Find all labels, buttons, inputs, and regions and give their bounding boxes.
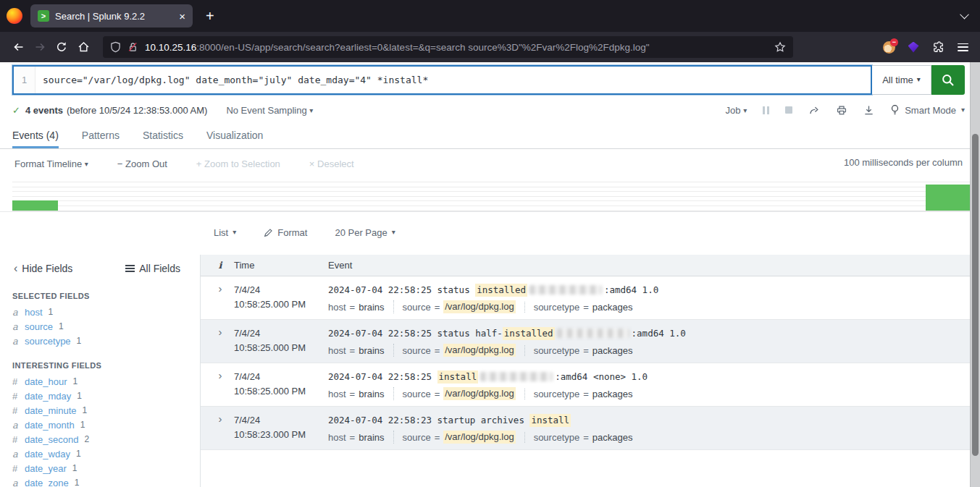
bookmark-star-icon[interactable]: [774, 41, 786, 53]
event-field-source[interactable]: source=/var/log/dpkg.log: [393, 300, 524, 313]
per-page-dropdown[interactable]: 20 Per Page▾: [335, 227, 395, 238]
reload-button[interactable]: [51, 36, 72, 58]
field-value-count: 1: [75, 478, 80, 487]
tab-patterns[interactable]: Patterns: [82, 130, 120, 148]
field-type-glyph: a: [12, 478, 22, 487]
search-mode-dropdown[interactable]: Smart Mode ▾: [890, 104, 965, 116]
stop-icon[interactable]: [785, 106, 792, 114]
event-field-sourcetype[interactable]: sourcetype=packages: [524, 432, 642, 443]
event-field-sourcetype[interactable]: sourcetype=packages: [524, 302, 642, 313]
event-field-source[interactable]: source=/var/log/dpkg.log: [393, 344, 524, 357]
list-all-tabs-chevron-icon[interactable]: [961, 12, 968, 20]
field-name-link[interactable]: date_hour: [25, 376, 67, 387]
back-button[interactable]: [7, 36, 29, 58]
event-field-source[interactable]: source=/var/log/dpkg.log: [393, 431, 524, 444]
field-item-date_mday[interactable]: # date_mday 1: [12, 389, 200, 403]
expand-event-icon[interactable]: ›: [206, 283, 234, 313]
list-view-dropdown[interactable]: List▾: [214, 227, 236, 238]
page-scrollbar[interactable]: [970, 62, 980, 487]
print-icon[interactable]: [836, 105, 847, 116]
field-name-link[interactable]: date_wday: [25, 449, 70, 460]
field-name-link[interactable]: date_month: [25, 420, 75, 431]
expand-event-icon[interactable]: ›: [206, 326, 234, 357]
field-name-link[interactable]: date_mday: [25, 391, 71, 402]
tab-statistics[interactable]: Statistics: [143, 130, 183, 148]
browser-tab[interactable]: > Search | Splunk 9.2.2 ×: [30, 4, 193, 27]
timeline-bar-right[interactable]: [926, 185, 970, 211]
deselect-button[interactable]: × Deselect: [309, 158, 354, 169]
expand-event-icon[interactable]: ›: [206, 413, 234, 444]
field-name-link[interactable]: source: [25, 321, 53, 332]
event-field-host[interactable]: host=brains: [328, 389, 393, 399]
format-results-button[interactable]: Format: [264, 227, 307, 238]
shield-icon[interactable]: [110, 41, 121, 53]
field-value-count: 1: [59, 321, 64, 331]
search-query-input[interactable]: [35, 67, 871, 93]
pause-icon[interactable]: [763, 106, 769, 114]
field-item-date_hour[interactable]: # date_hour 1: [12, 374, 200, 389]
extensions-puzzle-icon[interactable]: [928, 37, 948, 57]
download-icon[interactable]: [863, 105, 874, 116]
field-value-count: 1: [76, 449, 81, 459]
event-sampling-dropdown[interactable]: No Event Sampling ▾: [226, 105, 313, 116]
field-name-link[interactable]: date_zone: [25, 478, 69, 487]
event-field-host[interactable]: host=brains: [328, 345, 393, 356]
adblock-extension-icon[interactable]: −: [879, 37, 899, 57]
timeline-chart[interactable]: [12, 182, 970, 211]
insecure-lock-icon[interactable]: [127, 41, 138, 53]
search-assembly: 1 All time▾: [12, 65, 965, 95]
format-timeline-dropdown[interactable]: Format Timeline ▾: [14, 158, 88, 169]
forward-button[interactable]: [29, 36, 51, 58]
field-item-date_wday[interactable]: a date_wday 1: [12, 446, 200, 461]
field-item-date_second[interactable]: # date_second 2: [12, 432, 200, 446]
event-field-host[interactable]: host=brains: [328, 302, 393, 313]
tab-events-4[interactable]: Events (4): [12, 130, 59, 148]
field-item-sourcetype[interactable]: a sourcetype 1: [12, 334, 200, 348]
event-field-source[interactable]: source=/var/log/dpkg.log: [393, 387, 524, 400]
event-field-sourcetype[interactable]: sourcetype=packages: [524, 345, 642, 356]
field-type-glyph: a: [12, 307, 22, 318]
all-fields-button[interactable]: All Fields: [125, 263, 180, 274]
events-rows: › 7/4/2410:58:25.000 PM 2024-07-04 22:58…: [201, 276, 970, 450]
zoom-out-button[interactable]: − Zoom Out: [117, 158, 167, 169]
scrollbar-thumb[interactable]: [972, 134, 979, 456]
home-button[interactable]: [72, 36, 94, 58]
event-field-sourcetype[interactable]: sourcetype=packages: [524, 389, 642, 399]
field-item-date_zone[interactable]: a date_zone 1: [12, 475, 200, 487]
timeline-bar-left[interactable]: [12, 200, 58, 211]
new-tab-button[interactable]: +: [206, 8, 214, 25]
tab-close-icon[interactable]: ×: [179, 10, 185, 22]
field-name-link[interactable]: sourcetype: [25, 336, 71, 347]
firefox-logo-icon[interactable]: [7, 8, 22, 24]
field-name-link[interactable]: date_second: [25, 434, 78, 445]
purple-gem-extension-icon[interactable]: [903, 37, 924, 57]
url-bar[interactable]: 10.10.25.16:8000/en-US/app/search/search…: [103, 36, 793, 58]
zoom-to-selection-button[interactable]: + Zoom to Selection: [196, 158, 280, 169]
field-item-host[interactable]: a host 1: [12, 305, 200, 319]
tab-visualization[interactable]: Visualization: [206, 130, 263, 148]
field-item-source[interactable]: a source 1: [12, 319, 200, 334]
field-item-date_year[interactable]: # date_year 1: [12, 461, 200, 475]
event-raw-text: 2024-07-04 22:58:25 status installed:amd…: [328, 284, 658, 295]
event-field-line: host=brainssource=/var/log/dpkg.logsourc…: [328, 344, 970, 357]
time-range-picker[interactable]: All time▾: [872, 65, 931, 95]
browser-toolbar: 10.10.25.16:8000/en-US/app/search/search…: [0, 32, 980, 62]
expand-event-icon[interactable]: ›: [206, 370, 234, 400]
hide-fields-button[interactable]: ‹Hide Fields: [14, 262, 72, 275]
timeline-section: Format Timeline ▾ − Zoom Out + Zoom to S…: [0, 149, 970, 212]
field-name-link[interactable]: date_year: [25, 463, 67, 474]
field-name-link[interactable]: date_minute: [25, 405, 77, 416]
fields-sidebar: ‹Hide Fields All Fields SELECTED FIELDS …: [0, 255, 201, 487]
field-item-date_month[interactable]: a date_month 1: [12, 418, 200, 432]
share-icon[interactable]: [808, 105, 820, 116]
event-field-host[interactable]: host=brains: [328, 432, 393, 443]
job-menu-button[interactable]: Job ▾: [726, 105, 747, 116]
menu-hamburger-icon[interactable]: [952, 37, 973, 57]
field-type-glyph: a: [12, 420, 22, 431]
search-button[interactable]: [931, 65, 965, 95]
redacted-package-name: [529, 285, 602, 295]
field-name-link[interactable]: host: [25, 307, 43, 318]
search-box: 1: [12, 65, 872, 95]
field-item-date_minute[interactable]: # date_minute 1: [12, 403, 200, 418]
event-count-detail: (before 10/5/24 12:38:53.000 AM): [67, 105, 207, 116]
